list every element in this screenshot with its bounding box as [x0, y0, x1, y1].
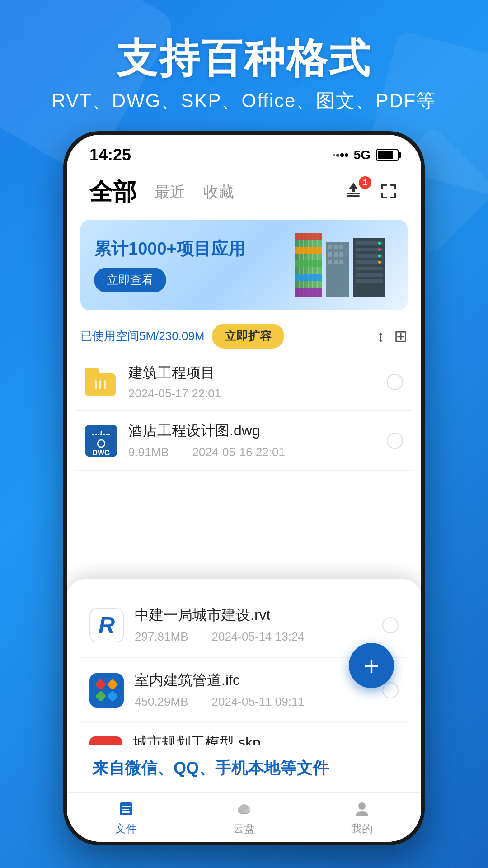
svg-rect-19 — [295, 233, 322, 240]
svg-point-68 — [240, 804, 248, 811]
status-right: 5G — [333, 148, 399, 162]
svg-rect-26 — [334, 245, 338, 249]
add-fab-button[interactable]: + — [349, 643, 394, 688]
svg-rect-53 — [107, 679, 118, 690]
nav-label-cloud: 云盘 — [233, 821, 255, 836]
svg-marker-2 — [349, 183, 358, 192]
svg-rect-1 — [347, 195, 360, 197]
file-select-checkbox[interactable] — [382, 617, 399, 633]
sort-icons: ↕ ⊞ — [377, 327, 408, 346]
svg-point-45 — [378, 261, 381, 264]
notification-badge: 1 — [359, 176, 371, 189]
folder-icon — [85, 368, 117, 396]
svg-rect-28 — [328, 252, 332, 257]
tab-favorites[interactable]: 收藏 — [203, 182, 234, 203]
svg-rect-64 — [122, 811, 130, 813]
svg-rect-21 — [295, 260, 322, 267]
file-item[interactable]: 建筑工程项目 2024-05-17 22:01 — [76, 353, 412, 411]
nav-item-profile[interactable]: 我的 — [303, 793, 421, 842]
svg-rect-32 — [334, 260, 338, 264]
signal-icon — [333, 153, 348, 157]
file-select-checkbox[interactable] — [382, 682, 399, 698]
import-hint-bar: 来自微信、QQ、手机本地等文件 — [76, 745, 412, 792]
rvt-file-icon: R — [89, 608, 124, 642]
svg-point-42 — [378, 242, 381, 245]
svg-rect-29 — [334, 252, 338, 257]
file-info: 中建一局城市建设.rvt 297.81MB 2024-05-14 13:24 — [135, 605, 371, 645]
svg-rect-31 — [328, 260, 332, 264]
files-nav-icon — [116, 799, 136, 819]
svg-rect-27 — [339, 245, 343, 249]
import-hint-text: 来自微信、QQ、手机本地等文件 — [92, 759, 329, 777]
phone-mockup: 14:25 5G 全部 最近 收藏 — [63, 131, 425, 845]
svg-text:DWG: DWG — [92, 449, 110, 457]
svg-rect-0 — [347, 193, 360, 194]
file-info: 室内建筑管道.ifc 450.29MB 2024-05-11 09:11 — [135, 670, 371, 710]
file-name: 建筑工程项目 — [128, 363, 376, 383]
file-meta: 450.29MB 2024-05-11 09:11 — [135, 694, 371, 710]
expand-storage-button[interactable]: 立即扩容 — [212, 324, 284, 349]
file-list: 建筑工程项目 2024-05-17 22:01 DWG — [67, 353, 421, 471]
battery-fill — [378, 151, 393, 159]
file-meta: 297.81MB 2024-05-14 13:24 — [135, 629, 371, 645]
svg-rect-39 — [356, 267, 383, 270]
svg-rect-23 — [295, 288, 322, 297]
status-bar: 14:25 5G — [67, 135, 421, 172]
banner-text-area: 累计1000+项目应用 立即查看 — [94, 237, 277, 292]
header-section: 支持百种格式 RVT、DWG、SKP、Office、图文、PDF等 — [0, 0, 488, 136]
svg-rect-20 — [295, 247, 322, 254]
grid-view-icon[interactable]: ⊞ — [394, 327, 408, 346]
file-item[interactable]: DWG 酒店工程设计图.dwg 9.91MB 2024-05-16 22:01 — [76, 411, 412, 471]
nav-tabs: 全部 最近 收藏 1 — [67, 172, 421, 215]
svg-rect-40 — [356, 273, 383, 277]
tab-all[interactable]: 全部 — [89, 176, 136, 208]
signal-dot-1 — [333, 154, 335, 156]
signal-dot-2 — [336, 154, 339, 157]
building-svg — [277, 224, 394, 306]
nav-item-cloud[interactable]: 云盘 — [185, 793, 303, 842]
ifc-icon-svg — [94, 678, 119, 703]
bottom-navigation: 文件 云盘 我的 — [67, 792, 421, 842]
nav-label-files: 文件 — [115, 821, 137, 836]
storage-bar: 已使用空间5M/230.09M 立即扩容 ↕ ⊞ — [67, 319, 421, 353]
network-label: 5G — [354, 148, 371, 162]
fullscreen-icon — [379, 181, 399, 201]
svg-rect-62 — [122, 806, 131, 807]
dwg-icon-svg: DWG — [85, 425, 117, 457]
fullscreen-button[interactable] — [379, 181, 399, 203]
svg-point-43 — [378, 248, 381, 251]
file-info: 酒店工程设计图.dwg 9.91MB 2024-05-16 22:01 — [128, 421, 376, 460]
svg-rect-41 — [356, 279, 383, 283]
svg-rect-22 — [295, 274, 322, 281]
file-name: 室内建筑管道.ifc — [135, 670, 371, 690]
status-time: 14:25 — [89, 146, 131, 165]
subtitle: RVT、DWG、SKP、Office、图文、PDF等 — [0, 88, 488, 113]
phone-screen: 14:25 5G 全部 最近 收藏 — [67, 135, 421, 842]
nav-item-files[interactable]: 文件 — [67, 793, 185, 842]
sort-icon[interactable]: ↕ — [377, 327, 385, 346]
svg-rect-4 — [381, 184, 383, 189]
banner-cta-button[interactable]: 立即查看 — [94, 268, 166, 292]
storage-used-label: 已使用空间5M/230.09M — [80, 328, 205, 344]
file-meta: 2024-05-17 22:01 — [128, 387, 376, 401]
file-select-checkbox[interactable] — [387, 374, 403, 390]
main-title: 支持百种格式 — [0, 36, 488, 81]
svg-point-69 — [358, 802, 366, 810]
nav-label-profile: 我的 — [351, 821, 373, 836]
file-select-checkbox[interactable] — [387, 433, 403, 449]
svg-rect-30 — [339, 252, 343, 257]
promo-banner[interactable]: 累计1000+项目应用 立即查看 — [80, 220, 408, 310]
svg-rect-55 — [107, 690, 118, 702]
nav-right-actions: 1 — [343, 180, 399, 204]
svg-rect-54 — [95, 690, 106, 702]
ifc-file-icon — [89, 673, 124, 708]
battery-icon — [376, 149, 399, 161]
dwg-file-icon: DWG — [85, 425, 117, 457]
svg-rect-33 — [339, 260, 343, 264]
tab-recent[interactable]: 最近 — [155, 182, 185, 203]
signal-dot-4 — [345, 153, 348, 157]
banner-title: 累计1000+项目应用 — [94, 237, 277, 260]
file-name: 中建一局城市建设.rvt — [135, 605, 371, 625]
upload-button[interactable]: 1 — [343, 180, 368, 204]
svg-point-44 — [378, 255, 381, 257]
